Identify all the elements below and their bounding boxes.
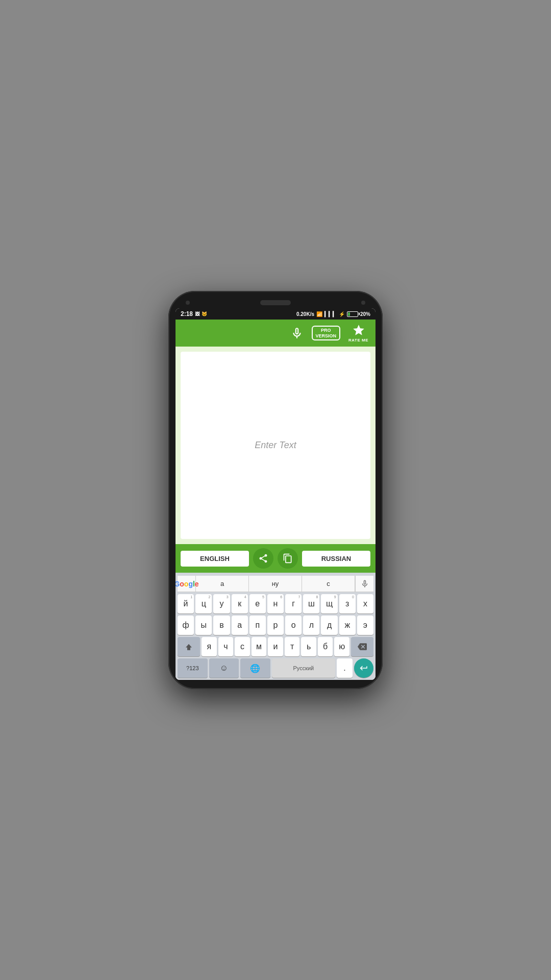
key-ф[interactable]: ф xyxy=(178,616,194,635)
key-о[interactable]: о xyxy=(285,616,302,635)
key-т[interactable]: т xyxy=(285,637,300,656)
copy-button[interactable] xyxy=(278,548,298,569)
pro-version-button[interactable]: PRO VERSION xyxy=(312,326,341,341)
status-left: 2:18 🖼 🐱 xyxy=(181,310,207,317)
key-row-bottom: ?123 ☺ 🌐 Русский . xyxy=(178,658,373,678)
front-camera xyxy=(186,301,190,305)
pro-badge: PRO VERSION xyxy=(312,326,341,341)
text-placeholder: Enter Text xyxy=(255,440,296,451)
enter-key[interactable] xyxy=(354,658,373,678)
keyboard: Google а ну с й1 ц2 у3 к4 xyxy=(176,573,375,680)
star-icon xyxy=(352,324,365,337)
text-input-box[interactable]: Enter Text xyxy=(181,352,370,539)
keyboard-suggestions: Google а ну с xyxy=(178,576,373,592)
text-area-container: Enter Text xyxy=(176,347,375,544)
key-м[interactable]: м xyxy=(252,637,267,656)
rate-me-label: RATE ME xyxy=(348,338,368,342)
keyboard-mic-icon xyxy=(360,579,369,589)
signal-icon1: ▎▎▎ xyxy=(324,311,337,317)
key-я[interactable]: я xyxy=(202,637,217,656)
copy-icon xyxy=(283,553,293,564)
emoji-key[interactable]: ☺ xyxy=(209,658,239,678)
key-э[interactable]: э xyxy=(357,616,373,635)
key-ш[interactable]: ш8 xyxy=(303,594,319,614)
status-right: 0.20K/s 📶 ▎▎▎ ⚡ 20% xyxy=(296,311,370,317)
phone-shell: 2:18 🖼 🐱 0.20K/s 📶 ▎▎▎ ⚡ 20% xyxy=(168,291,383,689)
key-д[interactable]: д xyxy=(321,616,337,635)
enter-icon xyxy=(359,664,368,673)
key-row-1: й1 ц2 у3 к4 е5 н6 г7 ш8 щ9 з0 х xyxy=(178,594,373,614)
key-у[interactable]: у3 xyxy=(213,594,230,614)
shift-icon xyxy=(184,642,193,651)
battery-indicator xyxy=(347,311,358,317)
key-ь[interactable]: ь xyxy=(301,637,316,656)
key-ж[interactable]: ж xyxy=(339,616,356,635)
key-п[interactable]: п xyxy=(249,616,266,635)
key-к[interactable]: к4 xyxy=(232,594,248,614)
status-bar: 2:18 🖼 🐱 0.20K/s 📶 ▎▎▎ ⚡ 20% xyxy=(176,308,375,320)
key-row-2: ф ы в а п р о л д ж э xyxy=(178,616,373,635)
key-ю[interactable]: ю xyxy=(334,637,349,656)
source-language-button[interactable]: ENGLISH xyxy=(181,551,249,567)
google-logo: Google xyxy=(178,576,196,592)
key-а[interactable]: а xyxy=(232,616,248,635)
key-х[interactable]: х xyxy=(357,594,373,614)
key-г[interactable]: г7 xyxy=(285,594,302,614)
key-с[interactable]: с xyxy=(235,637,250,656)
notification-icon1: 🖼 xyxy=(195,311,199,316)
bolt-icon: ⚡ xyxy=(339,311,345,317)
key-row-3: я ч с м и т ь б ю xyxy=(178,637,373,656)
key-ц[interactable]: ц2 xyxy=(195,594,212,614)
key-щ[interactable]: щ9 xyxy=(321,594,337,614)
phone-top-bar xyxy=(176,300,375,308)
keyboard-mic-button[interactable] xyxy=(355,576,373,592)
app-header: PRO VERSION RATE ME xyxy=(176,320,375,347)
space-key[interactable]: Русский xyxy=(272,658,335,678)
key-rows: й1 ц2 у3 к4 е5 н6 г7 ш8 щ9 з0 х ф ы в xyxy=(178,594,373,678)
key-б[interactable]: б xyxy=(318,637,333,656)
backspace-icon xyxy=(358,642,367,651)
network-speed: 0.20K/s xyxy=(296,311,314,317)
rate-me-button[interactable]: RATE ME xyxy=(348,324,368,342)
wifi-icon: 📶 xyxy=(316,311,322,317)
period-key[interactable]: . xyxy=(337,658,353,678)
key-ы[interactable]: ы xyxy=(195,616,212,635)
phone-speaker xyxy=(260,300,291,305)
numbers-key[interactable]: ?123 xyxy=(178,658,208,678)
key-ч[interactable]: ч xyxy=(218,637,234,656)
mic-icon xyxy=(290,327,304,340)
phone-screen: 2:18 🖼 🐱 0.20K/s 📶 ▎▎▎ ⚡ 20% xyxy=(176,308,375,680)
target-language-button[interactable]: RUSSIAN xyxy=(302,551,370,567)
share-button[interactable] xyxy=(253,548,273,569)
key-л[interactable]: л xyxy=(303,616,319,635)
phone-sensor xyxy=(361,301,365,305)
key-й[interactable]: й1 xyxy=(178,594,194,614)
suggestion-1[interactable]: а xyxy=(196,576,249,592)
key-з[interactable]: з0 xyxy=(339,594,356,614)
key-в[interactable]: в xyxy=(213,616,230,635)
language-bar: ENGLISH RUSSIAN xyxy=(176,544,375,573)
globe-key[interactable]: 🌐 xyxy=(240,658,270,678)
status-time: 2:18 xyxy=(181,310,193,317)
notification-icon2: 🐱 xyxy=(202,311,207,316)
backspace-key[interactable] xyxy=(351,637,373,656)
key-е[interactable]: е5 xyxy=(249,594,266,614)
shift-key[interactable] xyxy=(178,637,200,656)
share-icon xyxy=(258,553,268,564)
key-н[interactable]: н6 xyxy=(267,594,284,614)
key-и[interactable]: и xyxy=(268,637,283,656)
suggestion-2[interactable]: ну xyxy=(249,576,302,592)
suggestion-3[interactable]: с xyxy=(302,576,355,592)
battery-percent: 20% xyxy=(360,311,370,317)
key-р[interactable]: р xyxy=(267,616,284,635)
mic-button[interactable] xyxy=(290,327,304,340)
